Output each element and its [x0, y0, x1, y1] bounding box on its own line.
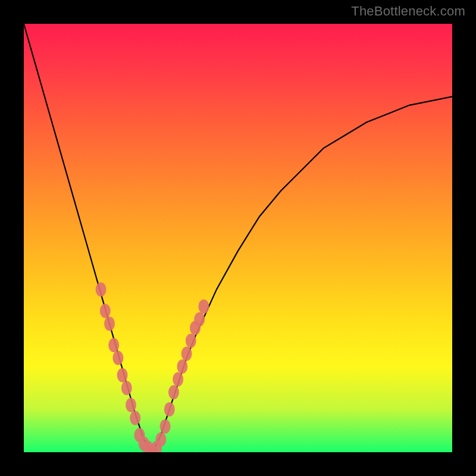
curve-overlay — [24, 24, 452, 452]
bottleneck-curve — [24, 24, 452, 452]
curve-marker — [181, 346, 192, 361]
curve-marker — [96, 282, 107, 296]
curve-marker — [160, 419, 171, 434]
curve-marker — [168, 385, 179, 399]
curve-marker — [108, 338, 119, 352]
chart-container: TheBottleneck.com — [0, 0, 476, 476]
curve-marker — [173, 372, 183, 387]
curve-marker — [104, 317, 115, 331]
curve-marker — [194, 312, 205, 327]
watermark-label: TheBottleneck.com — [351, 4, 465, 19]
curve-marker — [186, 334, 196, 348]
curve-marker — [117, 368, 128, 382]
curve-marker — [130, 411, 140, 425]
curve-marker — [112, 351, 123, 365]
curve-marker — [100, 303, 111, 318]
curve-marker — [177, 359, 187, 374]
curve-marker — [121, 381, 132, 395]
curve-marker — [155, 432, 166, 446]
curve-marker — [198, 299, 209, 314]
curve-marker — [164, 402, 175, 416]
plot-area — [24, 24, 452, 452]
curve-marker — [126, 398, 136, 412]
